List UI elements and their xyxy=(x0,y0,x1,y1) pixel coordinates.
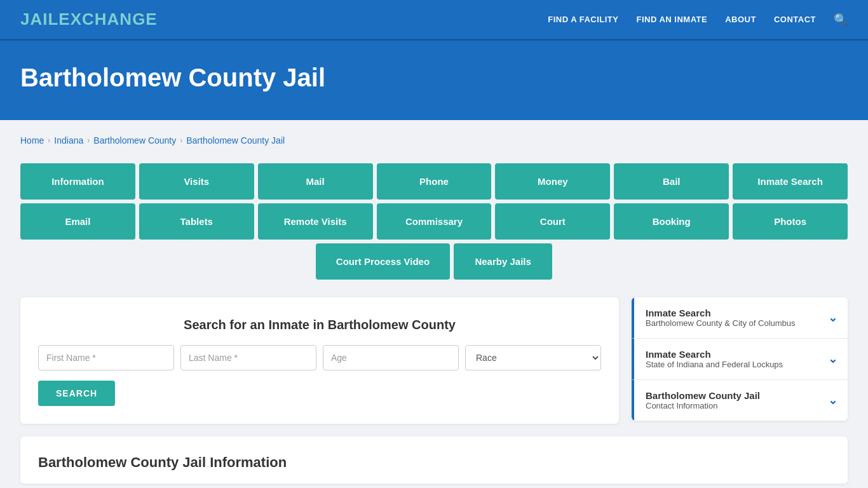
main-nav: FIND A FACILITY FIND AN INMATE ABOUT CON… xyxy=(548,13,848,27)
btn-remote-visits[interactable]: Remote Visits xyxy=(258,203,373,240)
nav-contact[interactable]: CONTACT xyxy=(774,15,816,24)
breadcrumb-sep-1: › xyxy=(48,136,50,145)
sidebar-item-1-title: Inmate Search xyxy=(646,308,796,318)
btn-inmate-search[interactable]: Inmate Search xyxy=(733,163,848,200)
search-button[interactable]: SEARCH xyxy=(38,381,115,406)
info-section: Bartholomew County Jail Information xyxy=(20,437,848,484)
sidebar-item-1-sub: Bartholomew County & City of Columbus xyxy=(646,318,796,328)
sidebar-item-2[interactable]: Inmate Search State of Indiana and Feder… xyxy=(632,339,848,380)
chevron-icon-1: ⌄ xyxy=(828,311,837,325)
breadcrumb-current: Bartholomew County Jail xyxy=(186,135,285,146)
search-icon-button[interactable]: 🔍 xyxy=(834,13,848,27)
grid-row-2: Email Tablets Remote Visits Commissary C… xyxy=(20,203,848,240)
btn-email[interactable]: Email xyxy=(20,203,135,240)
sidebar-item-1-text: Inmate Search Bartholomew County & City … xyxy=(646,308,796,328)
chevron-icon-2: ⌄ xyxy=(828,352,837,366)
race-select[interactable]: Race White Black Hispanic Asian Other xyxy=(465,345,601,370)
nav-find-inmate[interactable]: FIND AN INMATE xyxy=(636,15,707,24)
btn-tablets[interactable]: Tablets xyxy=(139,203,254,240)
btn-visits[interactable]: Visits xyxy=(139,163,254,200)
grid-row-1: Information Visits Mail Phone Money Bail… xyxy=(20,163,848,200)
btn-court-process-video[interactable]: Court Process Video xyxy=(316,243,450,280)
btn-photos[interactable]: Photos xyxy=(733,203,848,240)
breadcrumb-county[interactable]: Bartholomew County xyxy=(93,135,176,146)
page-title: Bartholomew County Jail xyxy=(20,64,848,92)
first-name-input[interactable] xyxy=(38,345,174,370)
sidebar-item-1[interactable]: Inmate Search Bartholomew County & City … xyxy=(632,297,848,339)
search-title: Search for an Inmate in Bartholomew Coun… xyxy=(38,318,601,332)
hero-section: Bartholomew County Jail xyxy=(0,41,868,120)
btn-bail[interactable]: Bail xyxy=(614,163,729,200)
breadcrumb: Home › Indiana › Bartholomew County › Ba… xyxy=(20,135,848,146)
header: JAILEXCHANGE FIND A FACILITY FIND AN INM… xyxy=(0,0,868,41)
sidebar-item-3-title: Bartholomew County Jail xyxy=(646,390,760,401)
lower-section: Search for an Inmate in Bartholomew Coun… xyxy=(20,297,848,424)
sidebar-item-3[interactable]: Bartholomew County Jail Contact Informat… xyxy=(632,380,848,421)
chevron-icon-3: ⌄ xyxy=(828,393,837,407)
btn-money[interactable]: Money xyxy=(495,163,610,200)
logo: JAILEXCHANGE xyxy=(20,10,158,29)
logo-jail: JAIL xyxy=(20,10,58,29)
btn-court[interactable]: Court xyxy=(495,203,610,240)
btn-mail[interactable]: Mail xyxy=(258,163,373,200)
nav-about[interactable]: ABOUT xyxy=(725,15,756,24)
sidebar-item-2-title: Inmate Search xyxy=(646,349,783,360)
breadcrumb-sep-2: › xyxy=(87,136,90,145)
logo-exchange: EXCHANGE xyxy=(58,10,157,29)
grid-row-3: Court Process Video Nearby Jails xyxy=(20,243,848,280)
btn-information[interactable]: Information xyxy=(20,163,135,200)
btn-booking[interactable]: Booking xyxy=(614,203,729,240)
nav-find-facility[interactable]: FIND A FACILITY xyxy=(548,15,618,24)
btn-commissary[interactable]: Commissary xyxy=(377,203,492,240)
breadcrumb-sep-3: › xyxy=(180,136,182,145)
main-content: Home › Indiana › Bartholomew County › Ba… xyxy=(0,120,868,488)
sidebar: Inmate Search Bartholomew County & City … xyxy=(632,297,848,421)
sidebar-item-2-text: Inmate Search State of Indiana and Feder… xyxy=(646,349,783,369)
breadcrumb-indiana[interactable]: Indiana xyxy=(54,135,83,146)
sidebar-item-3-sub: Contact Information xyxy=(646,401,760,410)
btn-phone[interactable]: Phone xyxy=(377,163,492,200)
inmate-search-card: Search for an Inmate in Bartholomew Coun… xyxy=(20,297,619,424)
btn-nearby-jails[interactable]: Nearby Jails xyxy=(454,243,552,280)
info-title: Bartholomew County Jail Information xyxy=(38,454,830,471)
last-name-input[interactable] xyxy=(180,345,316,370)
search-fields: Race White Black Hispanic Asian Other xyxy=(38,345,601,370)
sidebar-item-2-sub: State of Indiana and Federal Lockups xyxy=(646,360,783,369)
breadcrumb-home[interactable]: Home xyxy=(20,135,44,146)
age-input[interactable] xyxy=(323,345,459,370)
sidebar-item-3-text: Bartholomew County Jail Contact Informat… xyxy=(646,390,760,410)
